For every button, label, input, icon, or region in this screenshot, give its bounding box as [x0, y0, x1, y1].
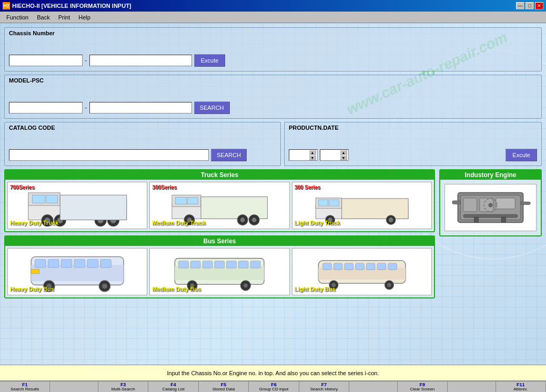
- spinner-2-down[interactable]: ▼: [340, 155, 347, 160]
- medium-duty-bus-card[interactable]: Medium Duty Bus: [149, 248, 289, 295]
- light-duty-bus-card[interactable]: Light Duty Bus: [292, 248, 432, 295]
- svg-rect-82: [474, 217, 478, 222]
- medium-bus-name-label: Medium Duty Bus: [152, 285, 201, 293]
- menu-help[interactable]: Help: [74, 13, 95, 22]
- bus-series-body: Heavy Duty Bus: [5, 246, 434, 297]
- menu-back[interactable]: Back: [33, 13, 54, 22]
- vehicle-series-column: Truck Series: [4, 169, 435, 302]
- svg-point-21: [240, 218, 245, 222]
- heavy-duty-bus-card[interactable]: Heavy Duty Bus: [7, 248, 147, 295]
- fkey-f11[interactable]: F11 Abbrev.: [496, 381, 546, 392]
- production-group: PRODUCTN.DATE ▲ ▼ ▲ ▼: [284, 122, 542, 166]
- svg-rect-63: [345, 263, 353, 270]
- fkey-f5[interactable]: F5 Stored Data: [199, 381, 249, 392]
- light-duty-truck-card[interactable]: 300 Series Light Duty Truck: [292, 182, 432, 229]
- svg-rect-81: [463, 214, 518, 218]
- medium-duty-truck-image: 300Series Medium Duty Truck: [150, 182, 289, 229]
- light-duty-bus-image: Light Duty Bus: [292, 249, 431, 295]
- fkey-f6[interactable]: F6 Group CD input: [249, 381, 299, 392]
- svg-rect-36: [48, 260, 59, 268]
- production-input-row: ▲ ▼ ▲ ▼ Excute: [289, 149, 537, 161]
- fkey-f1-label: Search Results: [11, 387, 39, 391]
- spinner-2-up[interactable]: ▲: [340, 150, 347, 155]
- fkey-f4[interactable]: F4 Catalog List: [148, 381, 198, 392]
- chassis-input-1[interactable]: [9, 55, 83, 66]
- title-bar: H2 HIECHO-II [VEHICLE INFORMATION INPUT]…: [0, 0, 546, 12]
- menu-print[interactable]: Print: [54, 13, 75, 22]
- chassis-input-2[interactable]: [89, 55, 192, 66]
- light-duty-truck-image: 300 Series Light Duty Truck: [292, 182, 431, 229]
- svg-rect-54: [251, 261, 261, 268]
- svg-rect-48: [179, 261, 189, 268]
- model-input-2[interactable]: [89, 102, 192, 114]
- svg-rect-64: [355, 263, 364, 270]
- chassis-number-group: Chassis Number - Excute: [4, 27, 542, 71]
- fkey-bar: F1 Search Results F3 Multi-Search F4 Cat…: [0, 380, 546, 392]
- svg-rect-38: [74, 260, 85, 268]
- production-spinner-2[interactable]: ▲ ▼: [320, 149, 349, 161]
- fkey-f9-label: Clear Screen: [410, 387, 435, 391]
- minimize-button[interactable]: —: [516, 2, 524, 9]
- svg-point-23: [252, 218, 257, 222]
- fkey-f7-label: Search History: [310, 387, 338, 391]
- bus-series-header: Bus Series: [5, 236, 434, 246]
- production-execute-button[interactable]: Excute: [505, 149, 537, 161]
- catalog-label: CATALOG CODE: [9, 125, 276, 131]
- svg-rect-2: [32, 195, 45, 203]
- model-psc-group: MODEL-PSC - SEARCH: [4, 75, 542, 119]
- svg-rect-17: [201, 197, 268, 219]
- svg-rect-12: [60, 195, 127, 220]
- industry-engine-card[interactable]: [444, 184, 537, 231]
- svg-rect-26: [318, 200, 328, 206]
- spinner-1-up[interactable]: ▲: [309, 150, 316, 155]
- light-truck-name-label: Light Duty Truck: [295, 219, 340, 226]
- production-col: PRODUCTN.DATE ▲ ▼ ▲ ▼: [284, 122, 542, 166]
- svg-point-58: [244, 283, 248, 287]
- title-bar-left: H2 HIECHO-II [VEHICLE INFORMATION INPUT]: [3, 2, 132, 9]
- production-spinner-1[interactable]: ▲ ▼: [289, 149, 318, 161]
- svg-point-78: [488, 203, 492, 207]
- model-input-row: - SEARCH: [9, 101, 537, 114]
- menu-function[interactable]: Function: [2, 13, 33, 22]
- catalog-col: CATALOG CODE SEARCH: [4, 122, 281, 166]
- maximize-button[interactable]: □: [525, 2, 534, 9]
- svg-rect-61: [322, 263, 331, 270]
- catalog-input[interactable]: [9, 149, 209, 161]
- industry-engine-svg: [445, 184, 536, 231]
- svg-rect-39: [87, 260, 98, 268]
- chassis-label: Chassis Number: [9, 30, 537, 36]
- spinner-1-down[interactable]: ▼: [309, 155, 316, 160]
- svg-rect-37: [61, 260, 72, 268]
- production-label: PRODUCTN.DATE: [289, 125, 537, 131]
- model-search-button[interactable]: SEARCH: [194, 101, 230, 114]
- chassis-dash: -: [85, 56, 87, 65]
- industry-engine-body: [440, 180, 541, 235]
- svg-rect-35: [35, 260, 46, 268]
- heavy-duty-truck-card[interactable]: 700Series Heavy Duty Truck: [7, 182, 147, 229]
- bottom-sections: Truck Series: [4, 169, 542, 302]
- light-bus-name-label: Light Duty Bus: [295, 285, 336, 293]
- fkey-f3[interactable]: F3 Multi-Search: [98, 381, 148, 392]
- chassis-execute-button[interactable]: Excute: [194, 54, 226, 67]
- medium-truck-series-label: 300Series: [152, 184, 177, 190]
- fkey-f10-empty: [448, 381, 496, 392]
- model-dash: -: [85, 104, 87, 112]
- heavy-truck-name-label: Heavy Duty Truck: [10, 219, 58, 226]
- model-input-1[interactable]: [9, 102, 83, 114]
- catalog-input-row: SEARCH: [9, 149, 276, 161]
- status-message: Input the Chassis No.or Engine no. in to…: [167, 370, 379, 376]
- medium-duty-truck-card[interactable]: 300Series Medium Duty Truck: [149, 182, 289, 229]
- svg-rect-51: [215, 261, 225, 268]
- svg-rect-83: [501, 217, 505, 222]
- catalog-search-button[interactable]: SEARCH: [211, 149, 247, 161]
- title-bar-buttons: — □ ✕: [516, 2, 543, 9]
- fkey-f9[interactable]: F9 Clear Screen: [398, 381, 448, 392]
- fkey-f1[interactable]: F1 Search Results: [0, 381, 50, 392]
- svg-point-45: [102, 283, 107, 288]
- medium-duty-bus-image: Medium Duty Bus: [150, 249, 289, 295]
- menu-bar: Function Back Print Help: [0, 12, 546, 23]
- industry-engine-header: Industory Engine: [440, 170, 541, 180]
- close-button[interactable]: ✕: [535, 2, 543, 9]
- spinner-1-buttons: ▲ ▼: [309, 150, 316, 160]
- fkey-f7[interactable]: F7 Search History: [299, 381, 349, 392]
